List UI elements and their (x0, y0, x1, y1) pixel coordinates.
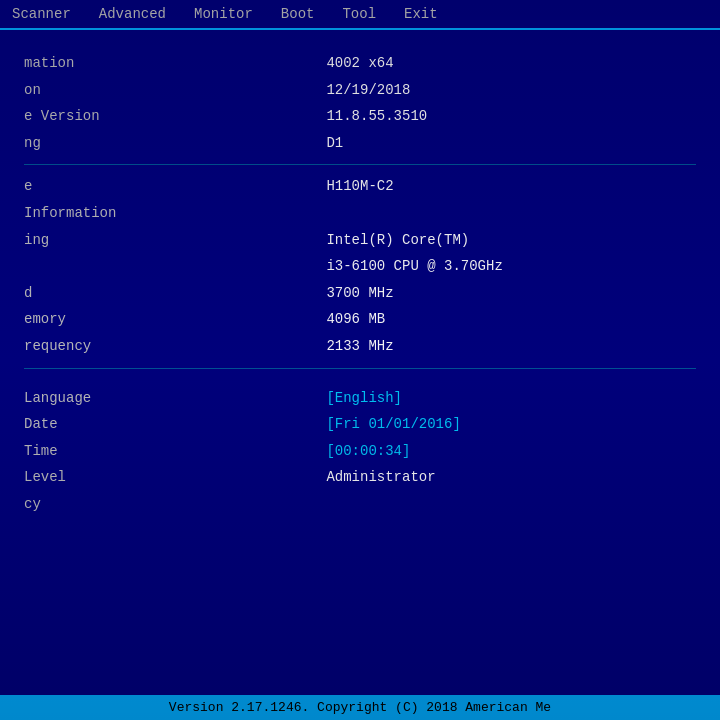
cpu-info-value (326, 200, 696, 227)
cpu-brand-value1: Intel(R) Core(TM) (326, 227, 696, 254)
date-value[interactable]: [Fri 01/01/2016] (326, 411, 696, 438)
access-level-value: Administrator (326, 464, 696, 491)
main-content: mation 4002 x64 on 12/19/2018 e Version … (0, 30, 720, 530)
cpu-info-label: Information (24, 200, 326, 227)
board-label: e (24, 173, 326, 200)
menu-bar: Scanner Advanced Monitor Boot Tool Exit (0, 0, 720, 30)
security-value (326, 491, 696, 518)
time-value[interactable]: [00:00:34] (326, 438, 696, 465)
bios-label-core-version: e Version (24, 103, 326, 130)
language-label: Language (24, 385, 326, 412)
cpu-brand-label2 (24, 253, 326, 280)
bios-value-version: 4002 x64 (326, 50, 696, 77)
bios-info-table: mation 4002 x64 on 12/19/2018 e Version … (24, 50, 696, 156)
bios-label-ec: ng (24, 130, 326, 157)
access-level-label: Level (24, 464, 326, 491)
bios-value-core: 11.8.55.3510 (326, 103, 696, 130)
bottom-bar-text: Version 2.17.1246. Copyright (C) 2018 Am… (169, 700, 551, 715)
cpu-brand-label: ing (24, 227, 326, 254)
divider-1 (24, 164, 696, 165)
settings-table: Language [English] Date [Fri 01/01/2016]… (24, 385, 696, 518)
memory-label: emory (24, 306, 326, 333)
menu-exit[interactable]: Exit (400, 4, 442, 24)
bios-value-date: 12/19/2018 (326, 77, 696, 104)
bios-value-ec: D1 (326, 130, 696, 157)
mem-freq-label: requency (24, 333, 326, 360)
bios-label-on: on (24, 77, 326, 104)
cpu-brand-value2: i3-6100 CPU @ 3.70GHz (326, 253, 696, 280)
divider-2 (24, 368, 696, 369)
cpu-speed-value: 3700 MHz (326, 280, 696, 307)
menu-monitor[interactable]: Monitor (190, 4, 257, 24)
memory-value: 4096 MB (326, 306, 696, 333)
cpu-speed-label: d (24, 280, 326, 307)
mem-freq-value: 2133 MHz (326, 333, 696, 360)
bottom-bar: Version 2.17.1246. Copyright (C) 2018 Am… (0, 695, 720, 720)
security-label: cy (24, 491, 326, 518)
language-value[interactable]: [English] (326, 385, 696, 412)
menu-scanner[interactable]: Scanner (8, 4, 75, 24)
bios-label-title: mation (24, 50, 326, 77)
time-label: Time (24, 438, 326, 465)
system-info-table: e H110M-C2 Information ing Intel(R) Core… (24, 173, 696, 359)
board-value: H110M-C2 (326, 173, 696, 200)
menu-advanced[interactable]: Advanced (95, 4, 170, 24)
date-label: Date (24, 411, 326, 438)
menu-tool[interactable]: Tool (338, 4, 380, 24)
menu-boot[interactable]: Boot (277, 4, 319, 24)
